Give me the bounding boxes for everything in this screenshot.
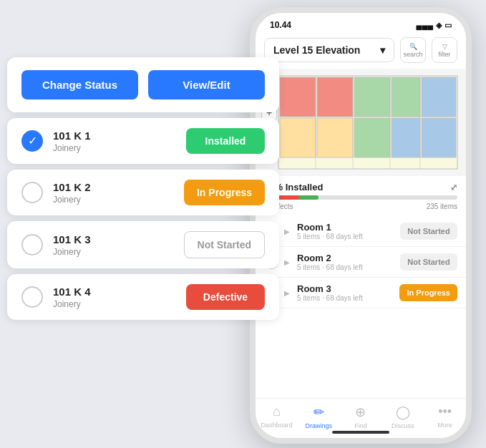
view-edit-button[interactable]: View/Edit xyxy=(148,70,265,99)
battery-icon: ▭ xyxy=(444,21,452,30)
svg-rect-10 xyxy=(422,118,456,157)
item-checkbox-101k3[interactable] xyxy=(21,234,43,255)
item-name-101k3: 101 K 3 xyxy=(53,233,91,245)
item-checkbox-101k2[interactable] xyxy=(21,182,43,203)
wifi-icon: ◈ xyxy=(436,21,442,30)
nav-item-dashboard[interactable]: ⌂ Dashboard xyxy=(256,404,298,429)
room-name-1: Room 1 xyxy=(297,222,394,233)
room-detail-2: 5 items · 68 days left xyxy=(297,263,394,271)
item-left-101k1: ✓ 101 K 1 Joinery xyxy=(21,130,91,153)
status-badge-101k1: Installed xyxy=(186,128,265,154)
check-icon: ✓ xyxy=(28,135,37,147)
signal-icon: ▄▄▄ xyxy=(417,21,433,29)
status-badge-101k3: Not Started xyxy=(184,231,265,258)
level-selector[interactable]: Level 15 Elevation ▾ xyxy=(264,38,394,62)
search-button[interactable]: 🔍 search xyxy=(400,37,426,63)
room-info-1: Room 1 5 items · 68 days left xyxy=(297,222,394,240)
room-detail-3: 5 items · 68 days left xyxy=(297,294,394,302)
phone-header: Level 15 Elevation ▾ 🔍 search ▽ filter xyxy=(256,33,466,69)
svg-rect-5 xyxy=(422,77,456,117)
nav-label-drawings: Drawings xyxy=(305,422,332,429)
item-card-101k4: 101 K 4 Joinery Defective xyxy=(7,274,279,320)
room-item-3[interactable]: ▶ Room 3 5 items · 68 days left In Progr… xyxy=(256,278,466,308)
status-icons: ▄▄▄ ◈ ▭ xyxy=(417,21,452,30)
room-status-2: Not Started xyxy=(400,253,457,271)
item-left-101k2: 101 K 2 Joinery xyxy=(21,181,91,205)
item-info-101k1: 101 K 1 Joinery xyxy=(53,130,91,153)
item-left-101k3: 101 K 3 Joinery xyxy=(21,233,91,257)
item-sub-101k1: Joinery xyxy=(53,143,91,153)
room-name-2: Room 2 xyxy=(297,253,394,263)
item-checkbox-101k1[interactable]: ✓ xyxy=(21,130,43,152)
item-sub-101k2: Joinery xyxy=(53,195,91,205)
find-icon: ⊕ xyxy=(355,404,366,420)
floor-plan-svg xyxy=(256,69,466,176)
action-row: Change Status View/Edit xyxy=(21,70,265,99)
status-time: 10.44 xyxy=(270,20,291,30)
item-sub-101k4: Joinery xyxy=(53,299,91,309)
item-info-101k3: 101 K 3 Joinery xyxy=(53,233,91,257)
item-card-101k1: ✓ 101 K 1 Joinery Installed xyxy=(7,118,279,164)
action-card: Change Status View/Edit xyxy=(7,57,279,112)
item-left-101k4: 101 K 4 Joinery xyxy=(21,286,91,309)
filter-icon: ▽ xyxy=(442,43,447,50)
discuss-icon: ◯ xyxy=(396,404,410,420)
item-sub-101k3: Joinery xyxy=(53,247,91,257)
room-detail-1: 5 items · 68 days left xyxy=(297,233,394,240)
nav-label-more: More xyxy=(437,422,452,429)
svg-rect-8 xyxy=(354,118,390,157)
room-list: ▶ Room 1 5 items · 68 days left Not Star… xyxy=(256,213,466,398)
change-status-button[interactable]: Change Status xyxy=(21,70,138,99)
stats-sub-row: 5 defects 235 items xyxy=(264,203,457,210)
search-icon: 🔍 xyxy=(409,43,417,50)
level-label: Level 15 Elevation xyxy=(273,44,360,56)
home-indicator xyxy=(332,431,389,434)
svg-rect-1 xyxy=(280,77,316,117)
svg-rect-4 xyxy=(392,77,420,117)
chevron-down-icon: ▾ xyxy=(380,44,385,56)
room-name-3: Room 3 xyxy=(297,283,394,294)
nav-item-more[interactable]: ••• More xyxy=(424,404,466,429)
room-status-3: In Progress xyxy=(399,284,457,301)
item-card-101k3: 101 K 3 Joinery Not Started xyxy=(7,221,279,268)
nav-label-discuss: Discuss xyxy=(392,422,414,429)
svg-rect-2 xyxy=(317,77,353,117)
left-card-stack: Change Status View/Edit ✓ 101 K 1 Joiner… xyxy=(7,57,279,326)
status-badge-101k2: In Progress xyxy=(184,180,265,205)
search-label: search xyxy=(403,51,422,58)
svg-rect-6 xyxy=(280,118,316,157)
status-bar: 10.44 ▄▄▄ ◈ ▭ xyxy=(256,13,466,33)
nav-label-find: Find xyxy=(354,422,367,429)
item-info-101k4: 101 K 4 Joinery xyxy=(53,286,91,309)
stats-title-row: 28% Installed ⤢ xyxy=(264,182,457,193)
filter-button[interactable]: ▽ filter xyxy=(432,37,457,63)
item-name-101k1: 101 K 1 xyxy=(53,130,91,142)
filter-label: filter xyxy=(438,51,450,58)
room-status-1: Not Started xyxy=(400,223,457,240)
drawings-icon: ✏ xyxy=(314,404,324,420)
dashboard-icon: ⌂ xyxy=(273,404,281,419)
svg-rect-9 xyxy=(392,118,420,157)
nav-label-dashboard: Dashboard xyxy=(261,422,292,429)
room-info-3: Room 3 5 items · 68 days left xyxy=(297,283,394,302)
chevron-right-icon-3: ▶ xyxy=(284,289,290,297)
nav-item-drawings[interactable]: ✏ Drawings xyxy=(298,404,340,429)
nav-item-discuss[interactable]: ◯ Discuss xyxy=(381,404,424,429)
more-icon: ••• xyxy=(438,404,452,419)
phone-device: 10.44 ▄▄▄ ◈ ▭ Level 15 Elevation ▾ 🔍 sea… xyxy=(250,7,472,444)
item-info-101k2: 101 K 2 Joinery xyxy=(53,181,91,205)
item-name-101k2: 101 K 2 xyxy=(53,181,91,193)
floor-plan-area: 100% + − xyxy=(256,69,466,176)
expand-icon[interactable]: ⤢ xyxy=(450,182,457,193)
nav-item-find[interactable]: ⊕ Find xyxy=(340,404,382,429)
item-checkbox-101k4[interactable] xyxy=(21,286,43,308)
item-card-101k2: 101 K 2 Joinery In Progress xyxy=(7,170,279,215)
svg-rect-3 xyxy=(354,77,390,117)
room-item-1[interactable]: ▶ Room 1 5 items · 68 days left Not Star… xyxy=(256,216,466,247)
chevron-right-icon-2: ▶ xyxy=(284,258,290,266)
phone-shell: 10.44 ▄▄▄ ◈ ▭ Level 15 Elevation ▾ 🔍 sea… xyxy=(250,7,472,444)
progress-bar xyxy=(264,195,457,200)
stats-bar: 28% Installed ⤢ 5 defects 235 items xyxy=(256,176,466,213)
room-item-2[interactable]: ▶ Room 2 5 items · 68 days left Not Star… xyxy=(256,247,466,278)
item-name-101k4: 101 K 4 xyxy=(53,286,91,298)
